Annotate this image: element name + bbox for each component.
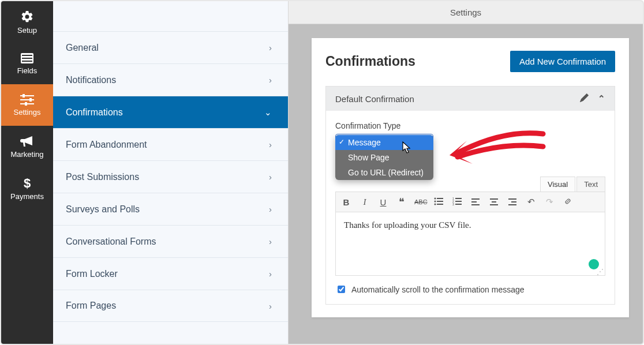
content-wrap: Confirmations Add New Confirmation Defau… (289, 24, 643, 331)
chevron-right-icon: › (269, 204, 272, 214)
link-icon[interactable] (562, 197, 574, 208)
svg-rect-25 (471, 204, 480, 205)
dropdown-popup: Message Show Page Go to URL (Redirect) (335, 135, 433, 180)
bullet-list-icon[interactable] (433, 197, 444, 207)
pencil-icon[interactable] (580, 93, 589, 104)
number-list-icon[interactable]: 123 (451, 197, 463, 207)
tab-visual[interactable]: Visual (540, 177, 575, 192)
svg-rect-8 (29, 98, 32, 102)
svg-rect-18 (455, 198, 462, 199)
svg-rect-28 (490, 204, 498, 205)
icon-sidebar: Setup Fields Settings Marketing $ Paymen… (1, 1, 53, 344)
submenu-item-form-locker[interactable]: Form Locker› (53, 257, 288, 290)
submenu-item-confirmations[interactable]: Confirmations⌄ (53, 96, 288, 128)
submenu-item-form-abandonment[interactable]: Form Abandonment› (53, 128, 288, 160)
svg-rect-9 (25, 102, 27, 106)
main-column: Settings Confirmations Add New Confirmat… (289, 1, 643, 344)
annotation-arrow-icon (445, 123, 549, 175)
svg-rect-5 (20, 99, 34, 100)
svg-rect-12 (437, 198, 443, 199)
option-message[interactable]: Message (335, 135, 433, 150)
panel-title: Default Confirmation (335, 94, 414, 104)
submenu-label: Confirmations (66, 107, 123, 118)
dollar-icon: $ (23, 176, 32, 190)
italic-icon[interactable]: I (359, 197, 370, 207)
submenu-item-surveys-polls[interactable]: Surveys and Polls› (53, 193, 288, 225)
submenu-label: Notifications (66, 75, 116, 85)
align-left-icon[interactable] (470, 197, 481, 207)
bold-icon[interactable]: B (340, 197, 352, 207)
topbar: Settings (289, 1, 643, 24)
svg-rect-2 (22, 58, 32, 59)
submenu-item-conversational-forms[interactable]: Conversational Forms› (53, 225, 288, 257)
svg-point-15 (435, 203, 436, 205)
svg-point-13 (435, 200, 436, 202)
chevron-right-icon: › (269, 43, 272, 52)
topbar-title: Settings (450, 7, 481, 17)
svg-rect-30 (511, 201, 516, 202)
bullhorn-icon (20, 135, 34, 148)
sidebar-item-fields[interactable]: Fields (1, 43, 53, 84)
sidebar-item-marketing[interactable]: Marketing (1, 126, 53, 167)
editor-body[interactable]: Thanks for uploading your CSV file. ⋰ (335, 212, 605, 276)
add-new-confirmation-button[interactable]: Add New Confirmation (510, 51, 615, 72)
list-icon (20, 52, 34, 64)
panel-header[interactable]: Default Confirmation ⌃ (326, 87, 615, 111)
chevron-right-icon: › (269, 301, 272, 311)
align-right-icon[interactable] (507, 197, 518, 207)
default-confirmation-panel: Default Confirmation ⌃ Confirmation Type (325, 86, 615, 305)
svg-rect-20 (455, 201, 462, 202)
strikethrough-icon[interactable]: ABC (414, 198, 426, 205)
chevron-right-icon: › (269, 140, 272, 149)
svg-rect-29 (508, 198, 516, 200)
page-title: Confirmations (325, 54, 415, 69)
svg-rect-31 (508, 204, 516, 205)
svg-rect-1 (22, 55, 32, 56)
auto-scroll-checkbox[interactable] (338, 286, 345, 293)
quote-icon[interactable]: ❝ (396, 196, 407, 208)
underline-icon[interactable]: U (377, 197, 389, 207)
submenu-label: Form Abandonment (66, 140, 147, 150)
sidebar-item-label: Settings (14, 108, 41, 117)
align-center-icon[interactable] (488, 197, 500, 207)
sidebar-item-label: Fields (17, 66, 38, 75)
submenu-item-general[interactable]: General› (53, 31, 288, 63)
submenu-label: Surveys and Polls (66, 204, 140, 215)
submenu-label: General (66, 43, 99, 53)
svg-rect-23 (471, 198, 480, 200)
sidebar-item-label: Setup (17, 26, 37, 35)
svg-rect-14 (437, 201, 443, 202)
svg-rect-27 (492, 201, 496, 202)
auto-scroll-row[interactable]: Automatically scroll to the confirmation… (335, 284, 605, 295)
tab-text[interactable]: Text (576, 177, 605, 192)
auto-scroll-label: Automatically scroll to the confirmation… (351, 285, 525, 294)
message-text: Thanks for uploading your CSV file. (344, 220, 471, 230)
submenu-label: Form Locker (66, 269, 118, 279)
svg-text:$: $ (24, 176, 31, 190)
svg-point-11 (435, 197, 436, 199)
submenu-item-post-submissions[interactable]: Post Submissions› (53, 160, 288, 193)
settings-submenu: General› Notifications› Confirmations⌄ F… (53, 1, 289, 344)
undo-icon[interactable]: ↶ (525, 197, 537, 207)
chevron-down-icon: ⌄ (264, 107, 272, 118)
sidebar-item-settings[interactable]: Settings (1, 84, 53, 126)
svg-rect-7 (23, 94, 25, 97)
option-go-to-url[interactable]: Go to URL (Redirect) (335, 165, 433, 180)
chevron-right-icon: › (269, 75, 272, 85)
sidebar-item-label: Payments (10, 192, 44, 201)
chevron-up-icon[interactable]: ⌃ (598, 93, 605, 104)
submenu-label: Post Submissions (66, 172, 139, 182)
submenu-item-form-pages[interactable]: Form Pages› (53, 290, 288, 322)
confirmation-type-dropdown[interactable]: Message Show Page Go to URL (Redirect) (335, 134, 433, 151)
option-show-page[interactable]: Show Page (335, 150, 433, 165)
submenu-item-notifications[interactable]: Notifications› (53, 63, 288, 96)
svg-text:3: 3 (452, 202, 454, 205)
editor-toolbar: B I U ❝ ABC 123 ↶ ↷ (335, 192, 605, 212)
sliders-icon (20, 94, 34, 106)
redo-icon[interactable]: ↷ (544, 197, 555, 207)
confirmations-card: Confirmations Add New Confirmation Defau… (312, 38, 629, 317)
sidebar-item-label: Marketing (10, 150, 43, 159)
sidebar-item-payments[interactable]: $ Payments (1, 167, 53, 209)
resize-grip-icon[interactable]: ⋰ (597, 269, 604, 274)
sidebar-item-setup[interactable]: Setup (1, 1, 53, 43)
